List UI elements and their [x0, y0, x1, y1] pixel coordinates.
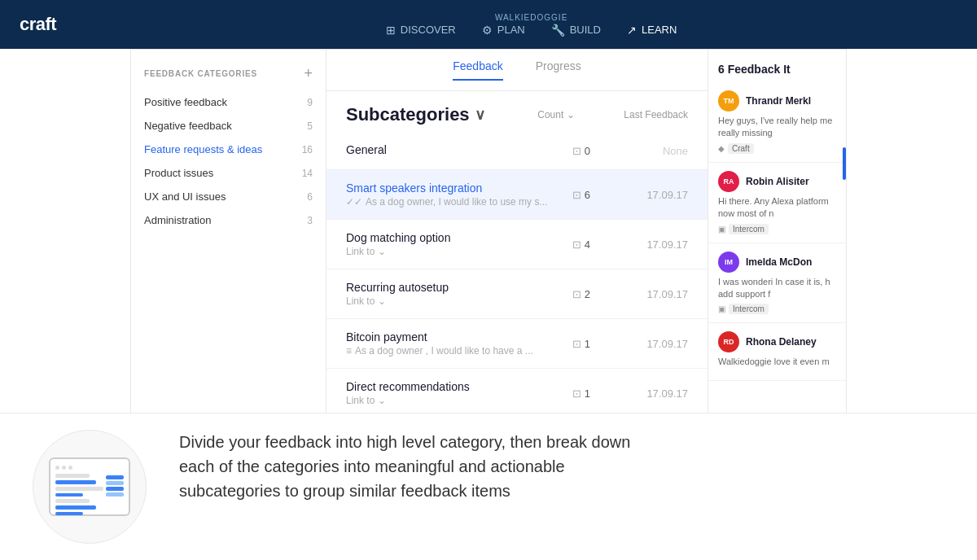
sidebar-item-count: 3 — [307, 215, 313, 226]
row-title: Bitcoin payment — [346, 330, 558, 343]
source-icon: ▣ — [718, 225, 725, 234]
source-badge: Intercom — [729, 304, 769, 314]
blue-block — [106, 481, 124, 485]
tabs-bar: Feedback Progress — [326, 50, 708, 91]
feedback-count-icon: ⊡ — [572, 238, 581, 251]
row-subtitle: ≡ As a dog owner , I would like to have … — [346, 345, 558, 357]
sidebar-item-admin[interactable]: Administration 3 — [131, 208, 326, 232]
row-count: ⊡ 1 — [558, 338, 590, 350]
topnav: craft WALKIEDOGGIE ⊞ DISCOVER ⚙ PLAN 🔧 B… — [0, 0, 977, 49]
feedback-text: I was wonderi In case it is, h add suppo… — [718, 276, 836, 301]
table-row[interactable]: Recurring autosetup Link to ⌄ ⊡ 2 17.09.… — [326, 269, 708, 319]
avatar: IM — [718, 252, 739, 273]
row-count: ⊡ 1 — [558, 387, 590, 400]
sidebar-item-product[interactable]: Product issues 14 — [131, 161, 326, 185]
feedback-item-header: IM Imelda McDon — [718, 252, 836, 273]
sidebar-item-count: 16 — [302, 144, 313, 155]
sidebar-item-label: Feature requests & ideas — [144, 143, 262, 155]
learn-icon: ↗ — [627, 24, 637, 37]
dot — [55, 466, 59, 470]
browser-mock — [49, 457, 130, 516]
row-title: Recurring autosetup — [346, 281, 558, 294]
sidebar-item-label: Product issues — [144, 167, 213, 179]
feedback-item[interactable]: IM Imelda McDon I was wonderi In case it… — [708, 243, 846, 324]
row-title: Dog matching option — [346, 231, 558, 244]
feedback-item[interactable]: RA Robin Alisiter Hi there. Any Alexa pl… — [708, 163, 846, 243]
table-row[interactable]: Smart speakers integration ✓✓ As a dog o… — [326, 170, 708, 220]
row-right: ⊡ 0 None — [558, 145, 688, 157]
row-left: Bitcoin payment ≡ As a dog owner , I wou… — [346, 330, 558, 357]
discover-icon: ⊞ — [386, 24, 396, 37]
nav-discover[interactable]: ⊞ DISCOVER — [386, 24, 456, 37]
row-title: General — [346, 143, 558, 156]
build-icon: 🔧 — [551, 24, 565, 37]
row-subtitle: Link to ⌄ — [346, 295, 558, 307]
feedback-item-header: TM Thrandr Merkl — [718, 90, 836, 112]
blue-block — [106, 475, 124, 479]
source-badge: Intercom — [729, 224, 769, 234]
table-row[interactable]: Dog matching option Link to ⌄ ⊡ 4 17.09.… — [326, 220, 708, 269]
line — [55, 493, 83, 497]
sidebar-item-count: 14 — [302, 168, 313, 179]
count-col-header[interactable]: Count ⌄ — [537, 109, 575, 120]
add-category-button[interactable]: + — [304, 66, 313, 81]
table-row[interactable]: Bitcoin payment ≡ As a dog owner , I wou… — [326, 319, 708, 369]
dot — [68, 466, 72, 470]
row-subtitle: Link to ⌄ — [346, 246, 558, 257]
row-date: None — [639, 145, 688, 157]
tab-progress[interactable]: Progress — [536, 59, 581, 81]
blue-block — [106, 487, 124, 491]
row-date: 17.09.17 — [639, 238, 688, 251]
row-right: ⊡ 6 17.09.17 — [558, 189, 688, 201]
line — [55, 480, 96, 484]
nav-learn[interactable]: ↗ LEARN — [627, 24, 677, 37]
row-count: ⊡ 4 — [558, 238, 590, 251]
feedback-count-icon: ⊡ — [572, 288, 581, 300]
right-panel-title: 6 Feedback It — [708, 50, 846, 82]
chevron-icon: ⌄ — [378, 395, 386, 406]
chevron-icon: ⌄ — [378, 295, 386, 307]
nav-plan[interactable]: ⚙ PLAN — [482, 24, 525, 37]
avatar: RA — [718, 171, 739, 192]
row-right: ⊡ 2 17.09.17 — [558, 288, 688, 300]
bottom-section: Divide your feedback into high level cat… — [0, 413, 977, 560]
last-feedback-col-header[interactable]: Last Feedback — [624, 109, 688, 120]
row-left: Direct recommendations Link to ⌄ — [346, 380, 558, 406]
chevron-down-icon[interactable]: ∨ — [475, 106, 485, 124]
line — [55, 487, 103, 491]
tab-feedback[interactable]: Feedback — [453, 59, 502, 81]
sidebar-item-label: UX and UI issues — [144, 190, 226, 203]
table-row[interactable]: Direct recommendations Link to ⌄ ⊡ 1 17.… — [326, 369, 708, 418]
row-right: ⊡ 1 17.09.17 — [558, 338, 688, 350]
row-subtitle: Link to ⌄ — [346, 395, 558, 406]
row-date: 17.09.17 — [639, 338, 688, 350]
feedback-name: Imelda McDon — [746, 256, 812, 268]
sidebar-item-negative[interactable]: Negative feedback 5 — [131, 114, 326, 138]
column-headers: Count ⌄ Last Feedback — [537, 109, 688, 120]
feedback-item-header: RA Robin Alisiter — [718, 171, 836, 192]
row-date: 17.09.17 — [639, 387, 688, 400]
sidebar-header: FEEDBACK CATEGORIES + — [131, 66, 326, 90]
row-count: ⊡ 0 — [558, 145, 590, 157]
sidebar-item-label: Positive feedback — [144, 96, 227, 108]
sidebar-item-count: 9 — [307, 97, 313, 108]
row-subtitle: ✓✓ As a dog owner, I would like to use m… — [346, 196, 558, 208]
sidebar-item-positive[interactable]: Positive feedback 9 — [131, 90, 326, 114]
blue-block — [106, 492, 124, 497]
nav-build[interactable]: 🔧 BUILD — [551, 24, 601, 37]
sort-icon: ⌄ — [567, 109, 575, 120]
feedback-item[interactable]: RD Rhona Delaney Walkiedoggie love it ev… — [708, 323, 846, 380]
feedback-item[interactable]: TM Thrandr Merkl Hey guys, I've really h… — [708, 82, 846, 163]
source-icon: ▣ — [718, 304, 725, 313]
nav-items: ⊞ DISCOVER ⚙ PLAN 🔧 BUILD ↗ LEARN — [386, 24, 677, 37]
table-row[interactable]: General ⊡ 0 None — [326, 132, 708, 170]
feedback-name: Rhona Delaney — [746, 336, 817, 348]
line — [55, 512, 83, 515]
row-count: ⊡ 6 — [558, 189, 590, 201]
sidebar-item-feature[interactable]: Feature requests & ideas 16 — [131, 138, 326, 161]
feedback-text: Hi there. Any Alexa platform now most of… — [718, 195, 836, 221]
scroll-marker — [843, 147, 846, 180]
sidebar-item-ux[interactable]: UX and UI issues 6 — [131, 185, 326, 208]
row-left: Recurring autosetup Link to ⌄ — [346, 281, 558, 307]
feedback-source: ▣ Intercom — [718, 224, 836, 234]
